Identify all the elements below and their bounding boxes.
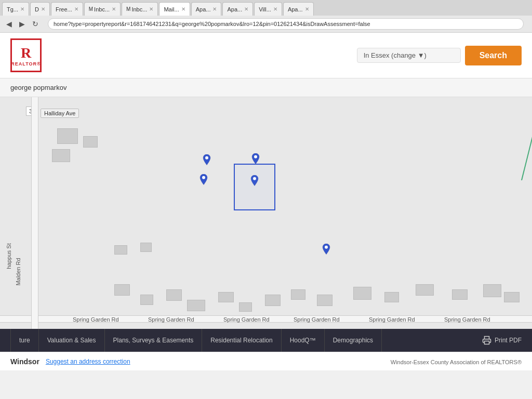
building-block <box>114 284 130 296</box>
tab-close[interactable]: ✕ <box>244 6 248 12</box>
tab-close[interactable]: ✕ <box>305 6 309 12</box>
nav-item-ture[interactable]: ture <box>10 329 39 352</box>
tab-close[interactable]: ✕ <box>20 6 24 12</box>
building-block <box>52 149 70 162</box>
nav-item-label: HoodQ™ <box>290 337 316 344</box>
query-text: george popmarkov <box>10 84 66 91</box>
building-block <box>504 292 520 302</box>
tab-close[interactable]: ✕ <box>41 6 45 12</box>
tab-inbox2[interactable]: M Inbc... ✕ <box>122 2 158 16</box>
building-block <box>140 295 153 305</box>
svg-line-0 <box>522 97 532 180</box>
tab-label: Mail... <box>164 6 179 12</box>
tab-mail[interactable]: Mail... ✕ <box>159 2 190 16</box>
svg-point-1 <box>205 156 208 159</box>
tab-label: Apa... <box>288 6 303 12</box>
logo-r-letter: R <box>21 45 31 61</box>
nav-item-label: ture <box>19 337 30 344</box>
building-block <box>187 300 205 311</box>
building-block <box>265 295 281 306</box>
logo-reg: ® <box>37 61 41 66</box>
tab-label: Inbc... <box>94 6 110 12</box>
address-bar[interactable]: home?type=propertyreport&r=1681746421231… <box>48 18 524 30</box>
footer-city: Windsor <box>10 357 39 366</box>
tab-tg[interactable]: Tg... ✕ <box>2 2 29 16</box>
building-block <box>239 302 252 312</box>
nav-item-label: Residential Relocation <box>210 337 272 344</box>
realtor-label: REALTOR <box>11 61 37 66</box>
back-button[interactable]: ◀ <box>4 19 14 29</box>
logo-box: R REALTOR® <box>10 38 42 72</box>
building-block <box>140 243 152 252</box>
tab-label: Inbc... <box>131 6 147 12</box>
building-block <box>384 292 399 302</box>
nav-item-demographics[interactable]: Demographics <box>325 329 382 352</box>
tab-apa1[interactable]: Apa... ✕ <box>191 2 222 16</box>
svg-point-3 <box>202 176 205 179</box>
tab-free[interactable]: Free... ✕ <box>51 2 83 16</box>
forward-button[interactable]: ▶ <box>17 19 27 29</box>
svg-point-2 <box>254 155 257 158</box>
footer-right: Windsor-Essex County Association of REAL… <box>391 357 522 366</box>
bottom-nav: ture Valuation & Sales Plans, Surveys & … <box>0 329 532 352</box>
building-block <box>291 289 305 300</box>
tab-vill[interactable]: Vill... ✕ <box>254 2 282 16</box>
footer-association: Windsor-Essex County Association of REAL… <box>391 359 522 365</box>
tab-label: Apa... <box>227 6 242 12</box>
malden-road <box>31 97 38 329</box>
map-pin-1[interactable] <box>202 154 212 167</box>
spring-garden-label-5: Spring Garden Rd <box>369 316 415 323</box>
building-block <box>353 287 371 300</box>
halliday-text: Halliday Ave <box>44 110 75 116</box>
tab-label: Tg... <box>7 6 18 12</box>
nav-item-relocation[interactable]: Residential Relocation <box>202 329 281 352</box>
nav-item-label: Plans, Surveys & Easements <box>113 337 194 344</box>
location-box[interactable]: In Essex (change ▼) <box>357 48 461 63</box>
print-label: Print PDF <box>495 337 522 344</box>
footer-left: Windsor Suggest an address correction <box>10 357 130 366</box>
realtor-header: R REALTOR® In Essex (change ▼) Search <box>0 33 532 78</box>
tab-close[interactable]: ✕ <box>74 6 78 12</box>
tab-d[interactable]: D ✕ <box>30 2 50 16</box>
tab-bar: Tg... ✕ D ✕ Free... ✕ M Inbc... ✕ M Inbc… <box>0 0 532 16</box>
search-button[interactable]: Search <box>465 46 522 65</box>
nav-item-plans[interactable]: Plans, Surveys & Easements <box>105 329 203 352</box>
print-pdf-button[interactable]: Print PDF <box>482 336 522 345</box>
halliday-ave-label: Halliday Ave <box>41 109 79 118</box>
map-pin-3[interactable] <box>198 174 209 187</box>
building-block <box>317 295 332 306</box>
green-diagonal-line <box>511 97 532 180</box>
suggest-address-link[interactable]: Suggest an address correction <box>46 358 130 365</box>
logo-realtor-text: REALTOR® <box>11 61 41 66</box>
tab-label: Vill... <box>259 6 271 12</box>
tab-apa2[interactable]: Apa... ✕ <box>222 2 253 16</box>
tab-close[interactable]: ✕ <box>273 6 277 12</box>
search-area: In Essex (change ▼) Search <box>57 46 522 65</box>
spring-garden-label-4: Spring Garden Rd <box>294 316 340 323</box>
nav-item-hoodq[interactable]: HoodQ™ <box>282 329 325 352</box>
building-block <box>83 136 98 148</box>
spring-garden-label-2: Spring Garden Rd <box>148 316 194 323</box>
url-text: home?type=propertyreport&r=1681746421231… <box>54 21 370 27</box>
tab-close[interactable]: ✕ <box>181 6 185 12</box>
building-block <box>452 289 468 300</box>
tab-close[interactable]: ✕ <box>212 6 217 12</box>
refresh-button[interactable]: ↻ <box>30 19 41 29</box>
tab-label: Free... <box>56 6 72 12</box>
building-block <box>483 284 501 297</box>
nav-item-valuation[interactable]: Valuation & Sales <box>39 329 105 352</box>
tab-inbox1[interactable]: M Inbc... ✕ <box>84 2 121 16</box>
spring-garden-label-1: Spring Garden Rd <box>73 316 119 323</box>
building-block <box>416 284 434 296</box>
realtor-logo: R REALTOR® <box>10 38 42 72</box>
tab-apa3[interactable]: Apa... ✕ <box>283 2 314 16</box>
building-block <box>218 292 234 302</box>
tab-close[interactable]: ✕ <box>149 6 153 12</box>
map-pin-5[interactable] <box>321 244 331 256</box>
svg-rect-6 <box>484 341 489 344</box>
tab-close[interactable]: ✕ <box>112 6 116 12</box>
location-text: In Essex (change ▼) <box>364 51 427 59</box>
chappus-st-label: happus St <box>6 243 12 269</box>
spring-garden-label-6: Spring Garden Rd <box>444 316 490 323</box>
browser-chrome: Tg... ✕ D ✕ Free... ✕ M Inbc... ✕ M Inbc… <box>0 0 532 33</box>
